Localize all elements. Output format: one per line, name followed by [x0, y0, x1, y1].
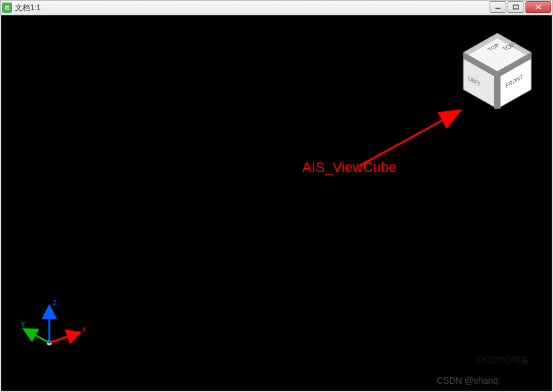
annotation-label: AIS_ViewCube: [302, 159, 397, 176]
watermark-51cto: ©51CTO博客: [476, 355, 529, 366]
watermark-csdn: CSDN @shanq:: [437, 375, 501, 386]
window-title: 文档1:1: [15, 3, 41, 13]
window-controls: [490, 1, 551, 13]
viewcube-edge[interactable]: [494, 72, 501, 109]
z-axis-label: Z: [52, 299, 57, 306]
x-axis-label: X: [82, 325, 87, 333]
viewport-3d[interactable]: TOP LEFT FRONT TOP AIS_ViewCube X: [1, 15, 552, 391]
close-icon: [534, 4, 542, 10]
close-button[interactable]: [525, 1, 551, 13]
titlebar: tt 文档1:1: [0, 0, 553, 15]
x-axis: [49, 333, 78, 343]
maximize-button[interactable]: [508, 1, 524, 13]
axis-triad: X Y Z: [20, 288, 91, 359]
svg-line-5: [360, 111, 459, 166]
minimize-button[interactable]: [490, 1, 506, 13]
view-cube[interactable]: TOP LEFT FRONT TOP: [456, 28, 539, 111]
maximize-icon: [513, 4, 519, 10]
app-icon: tt: [2, 3, 12, 13]
svg-rect-1: [513, 5, 518, 9]
y-axis-label: Y: [20, 320, 26, 328]
minimize-icon: [495, 4, 501, 10]
y-axis: [26, 330, 49, 343]
